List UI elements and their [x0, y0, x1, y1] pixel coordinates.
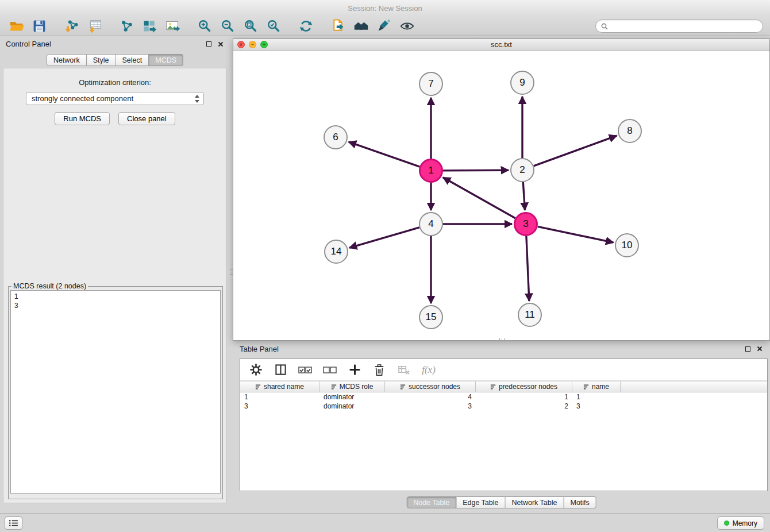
- graph-edge-3-11[interactable]: [526, 236, 529, 301]
- tab-mcds[interactable]: MCDS: [149, 54, 183, 66]
- refresh-icon: [298, 18, 314, 34]
- close-panel-button[interactable]: Close panel: [118, 112, 175, 125]
- export-image-button[interactable]: [161, 17, 184, 35]
- column-header-shared-name[interactable]: shared name: [240, 381, 319, 392]
- table-panel-header: Table Panel: [233, 341, 770, 357]
- open-session-button[interactable]: [5, 17, 28, 35]
- network-share-button[interactable]: [115, 17, 138, 35]
- show-hide-button[interactable]: [395, 17, 418, 35]
- table-cell: 2: [476, 402, 572, 411]
- folder-open-icon: [9, 18, 24, 34]
- table-tab-node-table[interactable]: Node Table: [406, 496, 456, 508]
- graph-node-10[interactable]: 10: [615, 233, 639, 257]
- table-settings-button[interactable]: [248, 363, 263, 377]
- mcds-result-box: MCDS result (2 nodes) 13: [8, 282, 223, 499]
- close-window-icon[interactable]: [237, 41, 245, 48]
- optimization-dropdown[interactable]: strongly connected component: [26, 92, 204, 105]
- graph-edge-2-3[interactable]: [523, 182, 525, 210]
- graph-edge-3-10[interactable]: [538, 226, 614, 242]
- delete-table-button-disabled: [396, 363, 411, 377]
- add-column-button[interactable]: [347, 363, 362, 377]
- table-tab-network-table[interactable]: Network Table: [506, 496, 564, 508]
- vertical-splitter-grip[interactable]: [229, 264, 233, 279]
- float-table-panel-icon[interactable]: [744, 345, 751, 352]
- deselect-all-button[interactable]: [322, 363, 337, 377]
- close-table-panel-icon[interactable]: [756, 345, 763, 352]
- select-all-button[interactable]: [298, 363, 313, 377]
- column-header-successor-nodes[interactable]: successor nodes: [385, 381, 476, 392]
- column-header-predecessor-nodes[interactable]: predecessor nodes: [476, 381, 572, 392]
- zoom-in-button[interactable]: [193, 17, 216, 35]
- zoom-out-button[interactable]: [216, 17, 239, 35]
- column-header-name[interactable]: name: [572, 381, 621, 392]
- graph-edge-3-1[interactable]: [443, 178, 515, 218]
- zoom-selected-button[interactable]: [262, 17, 285, 35]
- dropdown-stepper-icon: [192, 93, 201, 104]
- checked-boxes-icon: [298, 365, 312, 375]
- import-network-button[interactable]: [60, 17, 83, 35]
- zoom-fit-button[interactable]: [239, 17, 262, 35]
- traffic-lights: [237, 41, 268, 48]
- save-session-button[interactable]: [28, 17, 51, 35]
- status-bar: Memory: [0, 513, 770, 532]
- mcds-result-line: 1: [14, 292, 217, 301]
- run-mcds-button[interactable]: Run MCDS: [55, 112, 110, 125]
- tab-network[interactable]: Network: [47, 54, 87, 66]
- maximize-window-icon[interactable]: [260, 41, 268, 48]
- graph-node-11[interactable]: 11: [518, 303, 542, 327]
- table-row[interactable]: 3dominator323: [240, 402, 767, 411]
- tab-style[interactable]: Style: [87, 54, 116, 66]
- delete-column-button[interactable]: [372, 363, 387, 377]
- memory-label: Memory: [733, 519, 757, 527]
- memory-button[interactable]: Memory: [717, 516, 764, 530]
- mcds-result-list[interactable]: 13: [10, 290, 221, 494]
- export-network-button[interactable]: [138, 17, 161, 35]
- style-brush-button[interactable]: [372, 17, 395, 35]
- network-canvas[interactable]: 7968124314101511: [233, 51, 769, 340]
- graph-node-1[interactable]: 1: [419, 159, 443, 183]
- search-box[interactable]: [595, 20, 763, 33]
- zoom-fit-icon: [243, 18, 259, 34]
- graph-edges-layer: [233, 51, 769, 340]
- zoom-selected-icon: [266, 18, 282, 34]
- graph-node-4[interactable]: 4: [419, 212, 443, 236]
- table-cell: 3: [385, 402, 476, 411]
- minimize-window-icon[interactable]: [249, 41, 256, 48]
- graph-node-14[interactable]: 14: [324, 240, 348, 264]
- graph-edge-2-8[interactable]: [534, 136, 617, 166]
- float-panel-icon[interactable]: [205, 41, 212, 48]
- graph-node-9[interactable]: 9: [510, 71, 534, 95]
- graph-edge-4-14[interactable]: [349, 228, 419, 248]
- tab-select[interactable]: Select: [116, 54, 149, 66]
- sort-icon: [400, 384, 406, 390]
- table-header-row: shared nameMCDS rolesuccessor nodesprede…: [240, 381, 767, 392]
- import-table-button[interactable]: [83, 17, 106, 35]
- main-toolbar: [0, 16, 770, 36]
- graph-node-15[interactable]: 15: [419, 305, 443, 329]
- column-label: name: [592, 383, 609, 391]
- column-header-MCDS-role[interactable]: MCDS role: [319, 381, 385, 392]
- copy-document-button[interactable]: [326, 17, 349, 35]
- graph-node-8[interactable]: 8: [618, 119, 642, 143]
- table-row[interactable]: 1dominator411: [240, 392, 767, 402]
- graph-edge-1-6[interactable]: [349, 142, 420, 167]
- graph-node-7[interactable]: 7: [419, 72, 443, 96]
- graph-edge-1-2[interactable]: [443, 170, 509, 171]
- graph-node-6[interactable]: 6: [324, 125, 348, 149]
- delete-table-icon: [398, 364, 411, 375]
- search-input[interactable]: [611, 22, 757, 30]
- import-table-icon: [87, 18, 102, 34]
- table-tab-edge-table[interactable]: Edge Table: [456, 496, 505, 508]
- task-history-button[interactable]: [5, 516, 22, 530]
- graph-node-2[interactable]: 2: [510, 158, 534, 182]
- table-panel: Table Panel: [233, 341, 770, 513]
- show-columns-button[interactable]: [273, 363, 288, 377]
- table-tab-motifs[interactable]: Motifs: [564, 496, 596, 508]
- refresh-layout-button[interactable]: [294, 17, 317, 35]
- home-view-button[interactable]: [349, 17, 372, 35]
- network-window-title: scc.txt: [491, 40, 512, 49]
- sort-icon: [490, 384, 496, 390]
- close-panel-icon[interactable]: [217, 41, 224, 48]
- graph-node-3[interactable]: 3: [514, 212, 538, 236]
- mcds-buttons-row: Run MCDS Close panel: [3, 112, 226, 125]
